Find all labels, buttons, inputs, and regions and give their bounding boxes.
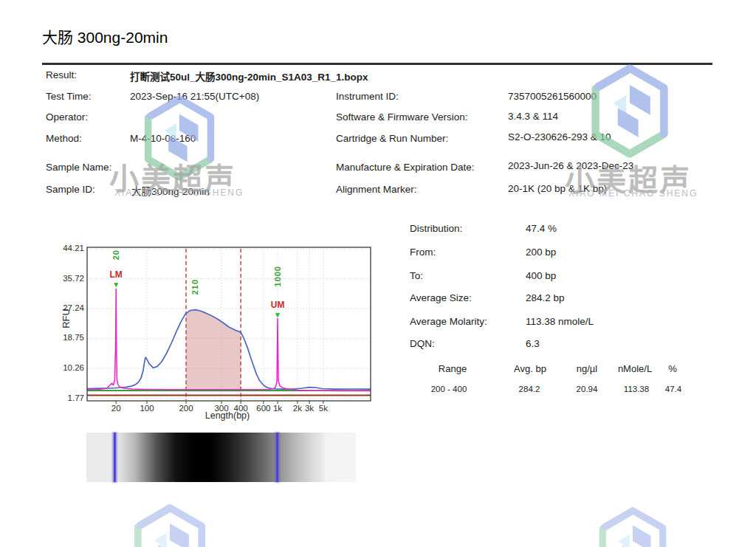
info-label: Manufacture & Expiration Date:: [336, 162, 475, 173]
peak-size-label: 210: [190, 279, 199, 295]
peak-size-label: 20: [111, 250, 120, 260]
info-value: S2-O-230626-293 & 10: [508, 131, 611, 142]
peak-arrow-icon: ▼: [112, 281, 120, 289]
range-table-cell: 47.4: [665, 385, 681, 393]
gel-band-lm: [113, 433, 117, 482]
info-label: Alignment Marker:: [336, 184, 417, 195]
stat-value: 200 bp: [526, 247, 556, 258]
info-value: 大肠300ng-20min: [131, 183, 210, 198]
brand-logo-watermark: [130, 503, 210, 547]
info-label: Sample Name:: [46, 162, 111, 173]
x-tick-label: 3k: [305, 404, 314, 413]
x-tick-label: 400: [234, 404, 248, 413]
stat-label: Average Molarity:: [410, 316, 487, 327]
x-tick-label: 2k: [293, 404, 302, 413]
x-tick-label: 20: [111, 404, 121, 413]
y-tick-label: 35.72: [52, 274, 84, 283]
y-tick-label: 44.21: [52, 244, 84, 252]
range-table-header: Range: [439, 363, 467, 374]
sample-trace: [87, 310, 371, 390]
brand-logo-watermark: [595, 506, 670, 547]
y-tick-label: 10.26: [52, 363, 84, 372]
page-title: 大肠 300ng-20min: [42, 25, 168, 47]
gel-lane: [86, 433, 356, 482]
y-tick-label: 18.75: [52, 333, 84, 342]
info-value: 7357005261560000: [508, 91, 597, 102]
peak-size-label: 1000: [273, 266, 282, 286]
range-table-header: ng/µl: [577, 363, 597, 374]
info-value: M-4-10-08-160: [130, 133, 196, 144]
range-table-cell: 113.38: [624, 385, 649, 393]
range-table-header: %: [668, 363, 677, 374]
y-tick-label: 27.24: [52, 303, 84, 312]
peak-marker-label: LM: [109, 269, 122, 280]
x-tick-label: 1k: [273, 404, 282, 413]
stat-label: Distribution:: [410, 223, 462, 234]
x-tick-label: 300: [214, 404, 228, 413]
stat-value: 6.3: [526, 338, 540, 349]
marker-trace: [87, 289, 371, 391]
gel-band-um: [275, 433, 279, 482]
info-value: 2023-Sep-16 21:55(UTC+08): [130, 91, 259, 102]
peak-marker-label: UM: [271, 300, 285, 310]
top-divider: [42, 63, 712, 65]
range-table-cell: 200 - 400: [431, 385, 467, 393]
x-tick-label: 200: [179, 404, 193, 413]
info-label: Result:: [46, 69, 77, 80]
info-label: Cartridge & Run Number:: [336, 133, 448, 144]
info-label: Operator:: [46, 111, 88, 123]
report-page: 大肠 300ng-20min Result: 打断测试50ul_大肠300ng-…: [0, 0, 756, 547]
info-label: Instrument ID:: [336, 91, 399, 102]
smear-region: [186, 310, 241, 392]
stat-label: Average Size:: [410, 292, 472, 303]
info-label: Software & Firmware Version:: [336, 111, 468, 123]
info-label: Test Time:: [46, 91, 92, 102]
brand-logo-watermark: [587, 63, 673, 159]
stat-value: 113.38 nmole/L: [526, 316, 594, 327]
stat-value: 400 bp: [526, 270, 556, 281]
x-tick-label: 5k: [319, 404, 328, 413]
info-value: 打断测试50ul_大肠300ng-20min_S1A03_R1_1.bopx: [130, 69, 368, 83]
peak-arrow-icon: ▼: [274, 311, 281, 319]
range-table-cell: 284.2: [519, 385, 540, 393]
stat-label: DQN:: [410, 338, 435, 349]
info-value: 2023-Jun-26 & 2023-Dec-23: [508, 160, 633, 171]
plot-frame: [87, 247, 371, 401]
info-value: 3.4.3 & 114: [508, 111, 558, 122]
stat-value: 47.4 %: [526, 223, 557, 234]
stat-label: To:: [410, 270, 423, 281]
range-table-header: Avg. bp: [514, 363, 546, 374]
gel-smear: [86, 433, 356, 482]
range-table-header: nMole/L: [618, 363, 652, 374]
stat-label: From:: [410, 247, 436, 258]
y-tick-label: 1.77: [52, 393, 84, 402]
info-label: Sample ID:: [46, 184, 95, 195]
stat-value: 284.2 bp: [526, 292, 565, 303]
x-tick-label: 600: [256, 404, 270, 413]
info-value: 20-1K (20 bp & 1K bp): [508, 183, 607, 194]
info-label: Method:: [46, 133, 82, 144]
x-tick-label: 100: [140, 404, 154, 413]
range-table-cell: 20.94: [577, 385, 598, 393]
